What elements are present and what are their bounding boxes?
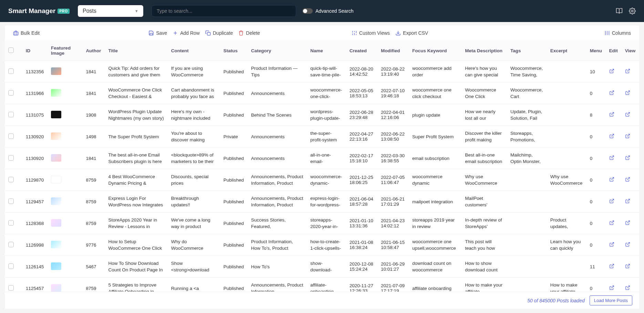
cell-content[interactable]: Show <strong>download Page</strong> of y… [171,260,217,273]
column-header[interactable]: Tags [507,41,547,61]
cell-content[interactable]: If you are using WooCommerce handy solut… [171,65,217,78]
view-link-icon[interactable] [625,69,630,75]
view-link-icon[interactable] [625,265,630,270]
cell-title[interactable]: WordPress Plugin Update Nightmares (my o… [108,108,164,121]
cell-title[interactable]: How to Setup WooCommerce One Click Upsel… [108,238,164,251]
view-link-icon[interactable] [625,286,630,291]
column-header[interactable]: Menu [586,41,606,61]
column-header[interactable]: View [622,41,639,61]
cell-title[interactable]: Express Login For WordPress now Integrat… [108,195,164,208]
column-header[interactable]: Author [82,41,105,61]
column-header[interactable]: Meta Description [461,41,507,61]
bulk-edit-button[interactable]: Bulk Edit [10,29,42,37]
table-row[interactable]: 11310751908WordPress Plugin Update Night… [5,104,639,126]
cell-content[interactable]: Cart abandonment is probably you face as… [171,87,217,100]
table-row[interactable]: 11261455467How To Show Download Count On… [5,256,639,278]
view-link-icon[interactable] [625,91,630,96]
cell-content[interactable]: Discounts, special prices products...pro… [171,173,217,186]
column-header[interactable]: ID [22,41,48,61]
view-link-icon[interactable] [625,243,630,248]
cell-title[interactable]: The Super Profit System [108,133,164,140]
row-checkbox[interactable] [8,177,14,182]
edit-link-icon[interactable] [609,265,614,270]
view-link-icon[interactable] [625,199,630,205]
column-header[interactable]: Excerpt [547,41,586,61]
table-row[interactable]: 11283688759StoreApps 2020 Year in Review… [5,213,639,234]
table-row[interactable]: 11319661841WooCommerce One Click Checkou… [5,83,639,104]
column-header[interactable]: Modified [377,41,409,61]
custom-views-button[interactable]: Custom Views [349,29,393,37]
edit-link-icon[interactable] [609,156,614,161]
view-link-icon[interactable] [625,221,630,226]
grid-wrapper[interactable]: IDFeatured ImageAuthorTitleContentStatus… [5,41,639,292]
table-row[interactable]: 11309201841The best all-in-one Email Sub… [5,148,639,169]
cell-title[interactable]: How To Show Download Count On Product Pa… [108,260,164,273]
cell-content[interactable]: We've come a long way in product improve… [171,217,217,230]
table-row[interactable]: 11323561841Quick Tip: Add orders for cus… [5,61,639,83]
edit-link-icon[interactable] [609,286,614,291]
view-link-icon[interactable] [625,113,630,118]
cell-content[interactable]: You're about to discover making tactic u… [171,130,217,143]
table-row[interactable]: 11269989776How to Setup WooCommerce One … [5,234,639,256]
row-checkbox[interactable] [8,220,14,226]
view-link-icon[interactable] [625,178,630,183]
row-checkbox[interactable] [8,68,14,74]
toggle-icon[interactable] [302,8,313,14]
cell-content[interactable]: Running a <a [171,285,217,292]
edit-link-icon[interactable] [609,113,614,118]
cell-content[interactable]: Here's my own - nightmare included some … [171,108,217,121]
columns-button[interactable]: Columns [602,29,634,37]
row-checkbox[interactable] [8,155,14,161]
table-row[interactable]: 112545787595 Strategies to Improve Affil… [5,278,639,292]
cell-title[interactable]: WooCommerce One Click Checkout - Easiest… [108,87,164,100]
row-checkbox[interactable] [8,112,14,117]
delete-button[interactable]: Delete [236,29,262,37]
select-all-checkbox[interactable] [8,47,14,53]
row-checkbox[interactable] [8,263,14,269]
row-checkbox[interactable] [8,198,14,204]
row-checkbox[interactable] [8,133,14,139]
edit-link-icon[interactable] [609,199,614,205]
column-header[interactable]: Status [220,41,248,61]
cell-title[interactable]: 4 Best WooCommerce Dynamic Pricing & Dis… [108,173,164,186]
cell-title[interactable]: 5 Strategies to Improve Affiliate Onboar… [108,282,164,292]
book-icon[interactable] [616,8,623,14]
column-header[interactable]: Featured Image [48,41,82,61]
column-header[interactable]: Edit [606,41,622,61]
duplicate-button[interactable]: Duplicate [202,29,236,37]
save-button[interactable]: Save [146,29,170,37]
edit-link-icon[interactable] [609,178,614,183]
gear-icon[interactable] [629,8,636,14]
export-button[interactable]: Export CSV [393,29,431,37]
table-row[interactable]: 11309201498The Super Profit SystemYou're… [5,126,639,148]
column-header[interactable]: Category [248,41,307,61]
table-row[interactable]: 112987087594 Best WooCommerce Dynamic Pr… [5,169,639,191]
edit-link-icon[interactable] [609,91,614,96]
view-link-icon[interactable] [625,156,630,161]
load-more-button[interactable]: Load More Posts [590,295,632,305]
cell-title[interactable]: The best all-in-one Email Subscribers pl… [108,152,164,165]
row-checkbox[interactable] [8,90,14,96]
edit-link-icon[interactable] [609,69,614,75]
row-checkbox[interactable] [8,285,14,291]
view-link-icon[interactable] [625,134,630,140]
add-row-button[interactable]: Add Row [170,29,202,37]
cell-title[interactable]: StoreApps 2020 Year in Review - Lessons … [108,217,164,230]
dashboard-selector[interactable]: Posts ▼ [78,5,143,17]
cell-content[interactable]: Why do WooCommerce upsells BOGO and othe… [171,238,217,251]
edit-link-icon[interactable] [609,243,614,248]
column-header[interactable]: Created [346,41,377,61]
column-header[interactable]: Focus Keyword [409,41,461,61]
cell-title[interactable]: Quick Tip: Add orders for customers and … [108,65,164,78]
search-input[interactable] [152,5,296,17]
cell-content[interactable]: <blockquote>89% of marketers to be their… [171,152,217,165]
edit-link-icon[interactable] [609,134,614,140]
column-header[interactable]: Title [105,41,167,61]
edit-link-icon[interactable] [609,221,614,226]
table-row[interactable]: 11294578759Express Login For WordPress n… [5,191,639,213]
column-header[interactable]: Name [307,41,346,61]
advanced-search-toggle[interactable]: Advanced Search [302,8,354,14]
row-checkbox[interactable] [8,242,14,247]
cell-content[interactable]: Breakthrough updates!! [171,195,217,208]
column-header[interactable]: Content [168,41,220,61]
